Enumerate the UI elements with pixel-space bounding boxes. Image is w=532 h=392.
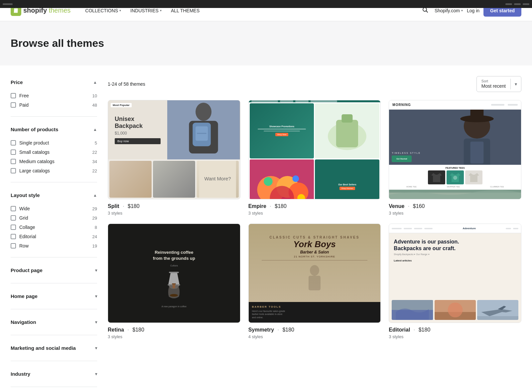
yorkboys-theme-styles: 4 styles [248,334,294,339]
collage-label: Collage [19,225,35,230]
filter-item-free[interactable]: Free 10 [11,91,97,100]
row-label: Row [19,243,29,248]
login-link[interactable]: Log in [467,8,479,13]
hero-section: Browse all themes [0,21,532,65]
filter-item-paid[interactable]: Paid 48 [11,100,97,110]
page-title: Browse all themes [11,37,521,49]
filter-item-wide[interactable]: Wide 29 [11,204,97,213]
sort-value: Most recent [481,83,506,89]
marketing-caret-icon: ▾ [95,346,97,350]
home-page-filter-header[interactable]: Home page ▾ [11,290,97,302]
industry-filter-header[interactable]: Industry ▾ [11,368,97,380]
filter-item-single[interactable]: Single product 5 [11,138,97,147]
small-checkbox[interactable] [11,149,16,155]
num-products-filter-header[interactable]: Number of products ▲ [11,123,97,136]
split-theme-title: Split [108,203,119,209]
venue-theme-title: Venue [389,203,404,209]
product-page-filter-section: Product page ▾ [11,264,97,283]
navigation-filter-header[interactable]: Navigation ▾ [11,316,97,328]
tshirt-light-icon [465,170,482,184]
tshirt-teal-icon [447,170,464,184]
product-page-caret-icon: ▾ [95,268,97,273]
free-label: Free [19,93,29,98]
layout-filter-header[interactable]: Layout style ▲ [11,189,97,201]
marketing-filter-header[interactable]: Marketing and social media ▾ [11,342,97,354]
num-products-caret-icon: ▲ [93,127,97,132]
layout-filter-section: Layout style ▲ Wide 29 Grid 29 [11,189,97,257]
theme-preview-venue: MORNING [389,100,521,199]
num-products-filter-label: Number of products [11,127,58,132]
venue-bottom-image [389,190,521,199]
split-theme-price: $180 [128,203,140,209]
wide-checkbox[interactable] [11,206,16,211]
row-checkbox[interactable] [11,243,16,248]
svg-rect-35 [169,272,179,273]
row-count: 19 [92,244,97,248]
large-checkbox[interactable] [11,168,16,173]
filter-item-grid[interactable]: Grid 29 [11,213,97,223]
theme-card-coffee[interactable]: Reinventing coffeefrom the grounds up Cu… [108,224,240,339]
free-checkbox[interactable] [11,93,16,98]
sort-dropdown[interactable]: Sort Most recent ▾ [476,76,521,92]
layout-filter-label: Layout style [11,192,40,198]
adventure-theme-styles: 3 styles [389,334,430,339]
theme-preview-adventure: Adventure Adventure is our passion.Backp… [389,224,521,323]
venue-theme-price: $160 [413,203,425,209]
theme-card-empire[interactable]: Showcase Promotions Shop Now [248,100,381,216]
medium-count: 34 [92,159,97,164]
yorkboys-theme-price: $180 [282,327,294,333]
coffee-apparatus-illustration [152,270,196,303]
filter-item-large[interactable]: Large catalogs 22 [11,166,97,175]
empire-food-image [250,159,314,199]
svg-rect-28 [470,142,484,163]
editorial-checkbox[interactable] [11,234,16,239]
svg-rect-48 [477,316,518,320]
paid-label: Paid [19,102,29,108]
editorial-label: Editorial [19,234,36,239]
theme-card-venue[interactable]: MORNING [389,100,521,216]
single-checkbox[interactable] [11,140,16,146]
coffee-theme-title: Retina [108,327,124,333]
navigation-filter-section: Navigation ▾ [11,316,97,335]
svg-point-40 [310,265,319,276]
yorkboys-theme-title: Symmetry [248,327,274,333]
small-label: Small catalogs [19,149,50,155]
home-page-filter-label: Home page [11,293,38,299]
filter-item-collage[interactable]: Collage 8 [11,223,97,232]
home-page-caret-icon: ▾ [95,294,97,299]
svg-point-21 [292,175,299,182]
wide-label: Wide [19,206,30,211]
coffee-theme-price: $180 [132,327,144,333]
filter-item-medium[interactable]: Medium catalogs 34 [11,157,97,166]
venue-theme-styles: 3 styles [389,211,425,216]
price-filter-header[interactable]: Price ▲ [11,76,97,88]
split-theme-styles: 3 styles [108,211,140,216]
medium-checkbox[interactable] [11,159,16,164]
theme-preview-empire: Showcase Promotions Shop Now [248,100,381,199]
svg-text:Want More?: Want More? [204,176,231,181]
editorial-count: 24 [92,234,97,239]
layout-caret-icon: ▲ [93,193,97,198]
collections-caret-icon: ▾ [119,9,121,12]
grid-checkbox[interactable] [11,215,16,221]
theme-card-adventure[interactable]: Adventure Adventure is our passion.Backp… [389,224,521,339]
free-count: 10 [92,93,97,98]
layout-filter-items: Wide 29 Grid 29 Collage 8 [11,201,97,250]
shopify-com-caret-icon: ▾ [461,9,463,12]
num-products-filter-items: Single product 5 Small catalogs 22 Mediu… [11,136,97,175]
theme-card-yorkboys[interactable]: CLASSIC CUTS & STRAIGHT SHAVES York Boys… [248,224,381,339]
filter-item-editorial[interactable]: Editorial 24 [11,232,97,241]
small-count: 22 [92,150,97,155]
collage-checkbox[interactable] [11,225,16,230]
svg-point-4 [196,103,212,121]
filter-item-row[interactable]: Row 19 [11,241,97,250]
svg-rect-8 [197,133,206,134]
price-filter-items: Free 10 Paid 48 [11,88,97,110]
shopify-com-link[interactable]: Shopify.com ▾ [435,8,463,13]
paid-checkbox[interactable] [11,102,16,108]
theme-card-split[interactable]: Most Popular UnisexBackpack $1,000 Buy n… [108,100,240,216]
price-filter-caret-icon: ▲ [93,80,97,85]
filter-item-small[interactable]: Small catalogs 22 [11,147,97,157]
sort-caret-icon[interactable]: ▾ [510,79,521,89]
product-page-filter-header[interactable]: Product page ▾ [11,264,97,276]
